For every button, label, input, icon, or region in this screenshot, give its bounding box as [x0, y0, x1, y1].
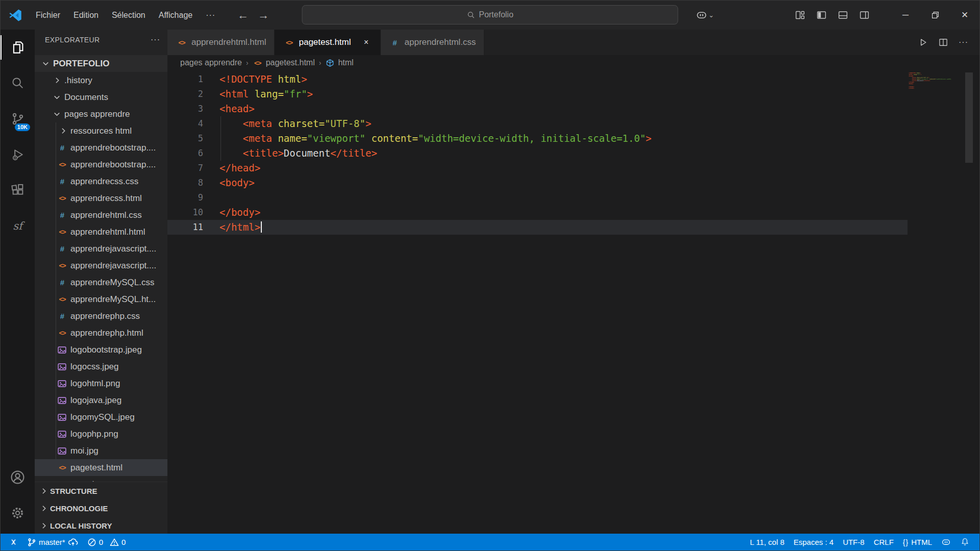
split-editor-icon[interactable] — [938, 37, 948, 47]
indentation[interactable]: Espaces : 4 — [789, 534, 838, 550]
language-mode[interactable]: {}HTML — [898, 534, 937, 550]
breadcrumb-item[interactable]: html — [325, 58, 353, 68]
titlebar: FichierEditionSélectionAffichage··· ← → … — [1, 1, 979, 30]
eol-label: CRLF — [874, 538, 894, 546]
toggle-secondary-sidebar-icon[interactable] — [855, 6, 873, 24]
sidebar-file-apprendrejavascript-[interactable]: #apprendrejavascript.... — [35, 240, 167, 257]
section-label: STRUCTURE — [50, 487, 97, 495]
sidebar-file-logophp-png[interactable]: logophp.png — [35, 425, 167, 442]
tree-item-label: apprendrecss.css — [70, 177, 138, 187]
code-line-6[interactable]: 6 <title>Document</title> — [167, 146, 908, 161]
code-line-7[interactable]: 7</head> — [167, 161, 908, 176]
tree-item-label: ressources html — [70, 126, 132, 136]
code-line-1[interactable]: 1<!DOCTYPE html> — [167, 72, 908, 87]
code-editor[interactable]: 1<!DOCTYPE html>2<html lang="fr">3<head>… — [167, 70, 979, 534]
notifications-bell[interactable] — [955, 534, 974, 550]
sidebar-file-apprendrecss-html[interactable]: <>apprendrecss.html — [35, 190, 167, 207]
run-debug-icon[interactable] — [1, 137, 35, 172]
breadcrumb-item[interactable]: <>pagetest.html — [253, 58, 315, 67]
section-local-history[interactable]: LOCAL HISTORY — [35, 517, 167, 534]
sidebar-file-moi-jpg[interactable]: moi.jpg — [35, 442, 167, 459]
restore-button[interactable] — [920, 1, 950, 30]
code-line-5[interactable]: 5 <meta name="viewport" content="width=d… — [167, 131, 908, 146]
menu-fichier[interactable]: Fichier — [29, 8, 67, 23]
menu-affichage[interactable]: Affichage — [152, 8, 199, 23]
tree-root-portefolio[interactable]: PORTEFOLIO — [35, 55, 167, 72]
command-center-search[interactable]: Portefolio — [302, 5, 678, 24]
minimap[interactable]: <!DOCTYPE html><html lang="fr"><head> <m… — [909, 72, 951, 89]
sidebar-folder-documents[interactable]: Documents — [35, 89, 167, 106]
sidebar-file-apprendrebootstrap-[interactable]: <>apprendrebootstrap.... — [35, 156, 167, 173]
account-icon[interactable] — [1, 459, 35, 495]
scrollbar[interactable] — [965, 72, 973, 163]
menu-sélection[interactable]: Sélection — [105, 8, 152, 23]
code-line-8[interactable]: 8<body> — [167, 176, 908, 190]
cursor-position[interactable]: L 11, col 8 — [745, 534, 789, 550]
problems-status[interactable]: 00 — [83, 534, 131, 550]
section-structure[interactable]: STRUCTURE — [35, 482, 167, 499]
copilot-status[interactable] — [937, 534, 955, 550]
tab-apprendrehtml-css[interactable]: #apprendrehtml.css — [381, 30, 485, 55]
remote-indicator[interactable] — [4, 534, 22, 550]
code-line-11[interactable]: 11</html> — [167, 220, 908, 235]
sidebar-file-apprendrejavascript-[interactable]: <>apprendrejavascript.... — [35, 257, 167, 274]
more-actions-icon[interactable]: ··· — [151, 35, 160, 44]
settings-gear-icon[interactable] — [1, 495, 35, 531]
sidebar-file-apprendrebootstrap-[interactable]: #apprendrebootstrap.... — [35, 139, 167, 156]
tab-pagetest-html[interactable]: <>pagetest.html× — [275, 30, 380, 55]
sidebar-file-logocss-jpeg[interactable]: logocss.jpeg — [35, 358, 167, 375]
html-file-icon: <> — [57, 262, 67, 269]
line-number: 6 — [167, 146, 203, 161]
sidebar-file-pagetest-html[interactable]: <>pagetest.html — [35, 459, 167, 476]
encoding[interactable]: UTF-8 — [838, 534, 869, 550]
section-chronologie[interactable]: CHRONOLOGIE — [35, 499, 167, 517]
code-text: <head> — [219, 102, 255, 116]
sidebar-folder-pages-apprendre[interactable]: pages apprendre — [35, 106, 167, 122]
tree-item-label: apprendrebootstrap.... — [70, 160, 156, 170]
code-line-9[interactable]: 9 — [167, 190, 908, 205]
code-line-3[interactable]: 3<head> — [167, 102, 908, 116]
sidebar-file-apprendrephp-html[interactable]: <>apprendrephp.html — [35, 324, 167, 341]
toggle-primary-sidebar-icon[interactable] — [812, 6, 830, 24]
minimize-button[interactable]: ─ — [891, 1, 920, 30]
sidebar-file-apprendrecss-css[interactable]: #apprendrecss.css — [35, 173, 167, 190]
sidebar-file-logobootstrap-jpeg[interactable]: logobootstrap.jpeg — [35, 341, 167, 358]
editor-more-actions-icon[interactable]: ··· — [959, 38, 968, 47]
tab-close-icon[interactable]: × — [361, 38, 372, 47]
run-icon[interactable] — [918, 37, 928, 47]
forward-arrow-icon[interactable]: → — [257, 9, 270, 22]
search-icon[interactable] — [1, 65, 35, 101]
sidebar-file-logohtml-png[interactable]: logohtml.png — [35, 375, 167, 392]
code-line-2[interactable]: 2<html lang="fr"> — [167, 87, 908, 102]
eol[interactable]: CRLF — [869, 534, 898, 550]
sidebar-folder-ressources-html[interactable]: ressources html — [35, 122, 167, 139]
sidebar-file-apprendremysql-css[interactable]: #apprendreMySQL.css — [35, 274, 167, 291]
code-line-10[interactable]: 10</body> — [167, 205, 908, 220]
source-control-icon[interactable]: 10K — [1, 101, 35, 137]
explorer-icon[interactable] — [1, 30, 35, 65]
sidebar-file-logomysql-jpeg[interactable]: logomySQL.jpeg — [35, 409, 167, 425]
back-arrow-icon[interactable]: ← — [236, 9, 250, 22]
sidebar-file-logojava-jpeg[interactable]: logojava.jpeg — [35, 392, 167, 409]
customize-layout-icon[interactable] — [791, 6, 809, 24]
close-button[interactable]: ✕ — [950, 1, 979, 30]
breadcrumb-item[interactable]: pages apprendre — [180, 58, 242, 67]
tab-apprendrehtml-html[interactable]: <>apprendrehtml.html — [167, 30, 275, 55]
git-branch-status[interactable]: master* — [22, 534, 83, 550]
warning-icon — [110, 538, 119, 547]
tree-item-label: apprendrejavascript.... — [70, 261, 156, 271]
sf-icon[interactable]: sf — [1, 208, 35, 244]
sidebar-file-apprendrephp-css[interactable]: #apprendrephp.css — [35, 308, 167, 324]
sidebar-file-apprendremysql-ht-[interactable]: <>apprendreMySQL.ht... — [35, 291, 167, 308]
code-text: </body> — [219, 205, 260, 220]
code-line-4[interactable]: 4 <meta charset="UTF-8"> — [167, 116, 908, 131]
sidebar-file-apprendrehtml-html[interactable]: <>apprendrehtml.html — [35, 223, 167, 240]
copilot-menu[interactable]: ⌄ — [696, 9, 714, 21]
sidebar-file-apprendrehtml-css[interactable]: #apprendrehtml.css — [35, 207, 167, 223]
toggle-panel-icon[interactable] — [834, 6, 852, 24]
tree-item-label: apprendreMySQL.css — [70, 278, 154, 288]
menu-more-icon[interactable]: ··· — [199, 8, 222, 23]
menu-edition[interactable]: Edition — [67, 8, 105, 23]
sidebar-folder--history[interactable]: .history — [35, 72, 167, 89]
extensions-icon[interactable] — [1, 172, 35, 208]
